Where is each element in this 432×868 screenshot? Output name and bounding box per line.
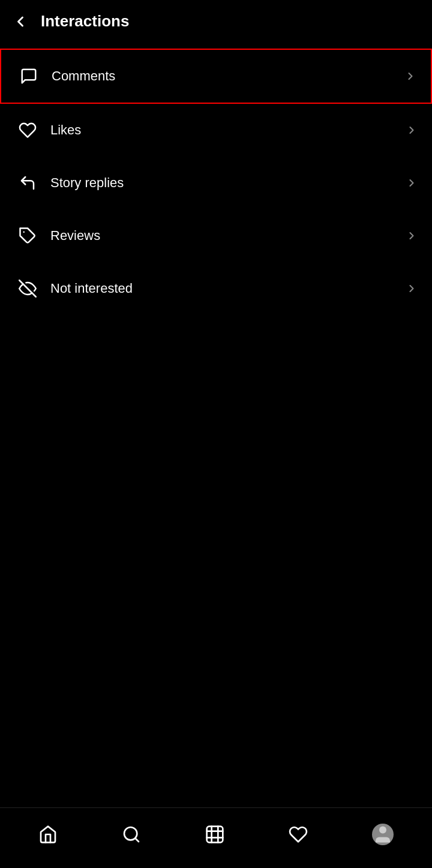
- interactions-menu: Comments Likes Story replies: [0, 49, 432, 315]
- nav-likes[interactable]: [279, 820, 317, 849]
- not-interested-icon: [14, 275, 41, 302]
- menu-item-story-replies[interactable]: Story replies: [0, 157, 432, 209]
- bottom-nav: [0, 807, 432, 868]
- page-title: Interactions: [41, 12, 129, 31]
- comment-icon: [16, 63, 42, 89]
- nav-reels[interactable]: [196, 820, 234, 849]
- menu-item-story-replies-label: Story replies: [50, 175, 406, 191]
- chevron-right-icon: [406, 230, 418, 242]
- menu-item-not-interested[interactable]: Not interested: [0, 262, 432, 315]
- nav-profile[interactable]: [362, 819, 403, 850]
- tag-icon: [14, 223, 41, 249]
- svg-line-3: [135, 838, 139, 842]
- heart-icon: [14, 117, 41, 143]
- chevron-right-icon: [406, 283, 418, 295]
- nav-search[interactable]: [112, 820, 151, 849]
- menu-item-likes[interactable]: Likes: [0, 104, 432, 157]
- svg-rect-4: [207, 827, 223, 843]
- reply-icon: [14, 170, 41, 196]
- back-button[interactable]: [12, 13, 29, 30]
- menu-item-comments-label: Comments: [52, 68, 404, 84]
- menu-item-likes-label: Likes: [50, 122, 406, 138]
- chevron-right-icon: [406, 124, 418, 136]
- nav-home[interactable]: [29, 820, 67, 849]
- menu-item-reviews-label: Reviews: [50, 228, 406, 244]
- menu-item-comments[interactable]: Comments: [0, 49, 432, 104]
- svg-point-5: [379, 827, 386, 834]
- menu-item-not-interested-label: Not interested: [50, 281, 406, 296]
- chevron-right-icon: [406, 177, 418, 189]
- chevron-right-icon: [404, 70, 416, 82]
- header: Interactions: [0, 0, 432, 43]
- avatar: [372, 824, 394, 845]
- menu-item-reviews[interactable]: Reviews: [0, 209, 432, 262]
